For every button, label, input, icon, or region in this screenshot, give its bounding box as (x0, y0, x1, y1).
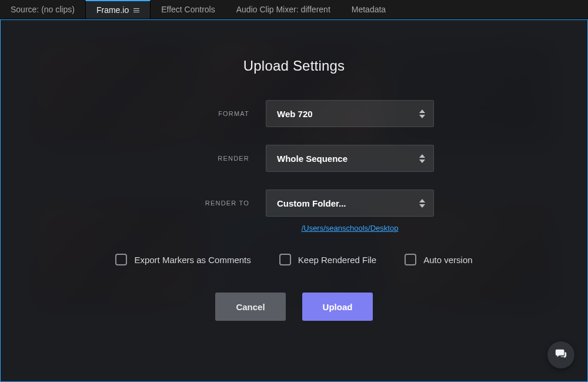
cancel-button[interactable]: Cancel (215, 293, 286, 321)
svg-marker-5 (419, 204, 425, 208)
render-value: Whole Sequence (277, 154, 348, 164)
format-select[interactable]: Web 720 (266, 100, 434, 127)
stepper-icon (419, 154, 425, 163)
upload-button[interactable]: Upload (302, 293, 373, 321)
check-label: Keep Rendered File (298, 255, 376, 265)
check-label: Export Markers as Comments (134, 255, 250, 265)
frameio-panel: Upload Settings FORMAT Web 720 RENDER Wh… (0, 19, 588, 382)
render-to-label: RENDER TO (154, 200, 266, 207)
hamburger-icon[interactable] (133, 8, 139, 12)
tab-effect-controls[interactable]: Effect Controls (151, 0, 226, 19)
tab-source[interactable]: Source: (no clips) (0, 0, 85, 19)
tab-metadata[interactable]: Metadata (341, 0, 396, 19)
format-value: Web 720 (277, 109, 313, 119)
render-path-link[interactable]: /Users/seanschools/Desktop (302, 224, 399, 232)
tab-audio-clip-mixer[interactable]: Audio Clip Mixer: different (226, 0, 341, 19)
export-markers-check[interactable]: Export Markers as Comments (115, 254, 250, 265)
keep-rendered-check[interactable]: Keep Rendered File (279, 254, 376, 265)
tab-label: Audio Clip Mixer: different (236, 5, 330, 14)
svg-marker-2 (419, 154, 425, 158)
checkbox-icon (115, 254, 127, 265)
tab-label: Source: (no clips) (11, 5, 75, 14)
auto-version-check[interactable]: Auto version (405, 254, 472, 265)
render-label: RENDER (154, 155, 266, 162)
svg-marker-3 (419, 160, 425, 163)
modal-buttons: Cancel Upload (215, 293, 373, 321)
upload-settings-modal: Upload Settings FORMAT Web 720 RENDER Wh… (1, 20, 587, 381)
tab-label: Metadata (352, 5, 386, 14)
options-row: Export Markers as Comments Keep Rendered… (115, 254, 472, 265)
tab-frameio[interactable]: Frame.io (85, 0, 151, 19)
render-select[interactable]: Whole Sequence (266, 145, 434, 172)
chat-button[interactable] (547, 341, 574, 368)
stepper-icon (419, 109, 425, 118)
check-label: Auto version (423, 255, 472, 265)
tab-label: Frame.io (96, 5, 129, 15)
chat-icon (554, 347, 567, 363)
render-to-select[interactable]: Custom Folder... (266, 190, 434, 217)
format-label: FORMAT (154, 110, 266, 117)
panel-tabbar: Source: (no clips) Frame.io Effect Contr… (0, 0, 588, 19)
checkbox-icon (405, 254, 416, 265)
svg-marker-1 (419, 115, 425, 118)
modal-title: Upload Settings (243, 58, 345, 74)
render-to-value: Custom Folder... (277, 198, 346, 208)
svg-marker-0 (419, 109, 425, 113)
stepper-icon (419, 199, 425, 208)
checkbox-icon (279, 254, 291, 265)
tab-label: Effect Controls (161, 5, 215, 14)
svg-marker-4 (419, 199, 425, 202)
